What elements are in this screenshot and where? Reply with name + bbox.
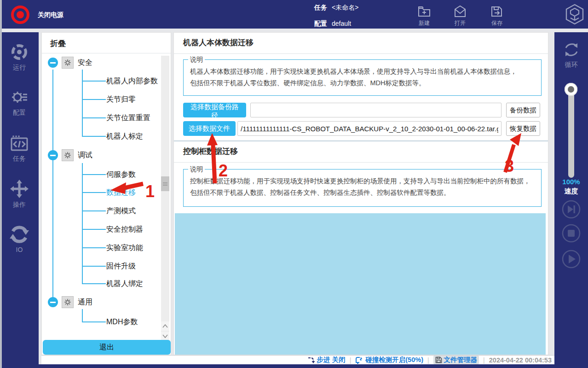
tree-group-label: 调试 [78, 151, 92, 160]
save-task-label: 保存 [482, 19, 512, 27]
config-icon [9, 88, 29, 107]
brand-logo-icon [564, 4, 585, 25]
tree-item-label: 数据迁移 [106, 188, 136, 198]
loop-label: 循环 [554, 61, 588, 69]
chevron-down-icon [162, 334, 168, 338]
task-icon [10, 134, 29, 153]
open-task-button[interactable]: 打开 [445, 5, 475, 27]
annotation-number-1: 1 [145, 182, 155, 201]
sidebar-item-config-label: 配置 [0, 109, 39, 117]
config-label: 配置 [314, 20, 327, 27]
backup-path-input[interactable] [250, 103, 502, 117]
tree-stub [82, 192, 106, 193]
robot-teach-pendant-app: 关闭电源 任务<未命名> 配置default 新建 打开 [0, 0, 588, 368]
top-bar: 关闭电源 任务<未命名> 配置default 新建 打开 [0, 0, 588, 29]
speed-slider-track[interactable] [568, 88, 574, 178]
file-manager-icon [435, 356, 442, 363]
tree-scrollbar-track[interactable] [161, 56, 169, 332]
status-separator: | [483, 356, 485, 364]
sidebar-item-io-label: IO [0, 246, 39, 253]
section1-note-box: 说明 机器人本体数据迁移功能，用于实现快速更换机器人本体场景，使用支持导入与导出… [183, 59, 542, 96]
status-separator: | [350, 356, 352, 364]
new-file-icon [417, 5, 431, 18]
sidebar-item-run[interactable]: 运行 [0, 42, 39, 72]
step-mode-status[interactable]: 步进 关闭 [307, 356, 346, 364]
power-icon [10, 5, 30, 25]
loop-icon [561, 41, 582, 59]
step-next-icon [562, 200, 581, 219]
exit-button[interactable]: 退出 [43, 340, 171, 355]
speed-slider-handle[interactable] [565, 83, 577, 96]
sidebar-item-task[interactable]: 任务 [0, 134, 39, 163]
loop-button[interactable] [561, 41, 582, 59]
step-mode-icon [307, 356, 315, 364]
tree-item-label: 机器人标定 [106, 132, 143, 141]
step-next-button[interactable] [562, 200, 581, 219]
tree-item-label: 实验室功能 [106, 243, 143, 253]
data-migration-panel: 机器人本体数据迁移 说明 机器人本体数据迁移功能，用于实现快速更换机器人本体场景… [173, 32, 548, 355]
sidebar-item-operate[interactable]: 操作 [0, 179, 39, 209]
step-mode-label: 步进 关闭 [317, 356, 346, 364]
tree-item-label: 机器人内部参数 [106, 76, 158, 86]
play-button[interactable] [562, 250, 581, 269]
collision-icon [355, 356, 363, 364]
collapse-toggle-icon[interactable] [48, 58, 58, 68]
scroll-down-button[interactable] [161, 332, 169, 341]
status-bar: 步进 关闭 | 碰撞检测开启(50%) | 文件管理器 | 2024-04-22… [41, 355, 554, 364]
collapse-toggle-icon[interactable] [48, 150, 58, 160]
tree-branch-line [82, 70, 83, 136]
power-label: 关闭电源 [38, 11, 63, 19]
collapse-toggle-icon[interactable] [48, 297, 58, 307]
power-button[interactable] [10, 5, 30, 25]
divider [174, 53, 548, 54]
scroll-up-button[interactable] [161, 321, 169, 331]
tree-stub [82, 321, 106, 322]
save-icon [490, 5, 504, 18]
config-value: default [332, 20, 351, 27]
note-line: 机器人本体数据迁移功能，用于实现快速更换机器人本体场景，使用支持导入与导出当前机… [190, 66, 535, 77]
new-task-button[interactable]: 新建 [409, 5, 439, 27]
annotation-number-3: 3 [505, 157, 514, 176]
section-divider [174, 140, 548, 141]
tree-scrollbar-handle[interactable] [161, 176, 169, 191]
restore-data-button[interactable]: 恢复数据 [506, 121, 540, 136]
task-value: <未命名> [332, 4, 358, 11]
bottom-frame [0, 364, 588, 368]
backup-data-button[interactable]: 备份数据 [506, 103, 540, 117]
speed-label: 速度 [554, 187, 588, 196]
status-separator: | [427, 356, 429, 364]
gear-icon [62, 296, 74, 308]
tree-stub [82, 266, 106, 267]
stop-button[interactable] [562, 224, 581, 243]
section2-title: 控制柜数据迁移 [183, 146, 238, 157]
tree-stub [82, 117, 106, 118]
tree-stub [82, 81, 106, 82]
choose-data-file-button[interactable]: 选择数据文件 [183, 121, 236, 136]
data-file-input[interactable] [237, 121, 502, 136]
tree-item-label: 安全控制器 [106, 225, 143, 234]
status-datetime: 2024-04-22 00:04:53 [489, 356, 552, 364]
choose-backup-path-button[interactable]: 选择数据备份路径 [183, 103, 246, 117]
task-label: 任务 [314, 4, 327, 11]
note-line: 控制柜数据迁移功能，用于实现现场支持时快速更换控制柜的场景使用，支持导入与导出当… [190, 175, 535, 187]
tree-item-label: 机器人绑定 [106, 279, 143, 289]
note-line: 包括但不限于机器人数据、控制器任务文件、控制器生态插件、控制器软件配置等数据。 [190, 187, 535, 199]
file-manager-label: 文件管理器 [444, 356, 478, 364]
task-row: 任务<未命名> [314, 4, 358, 12]
file-manager-button[interactable]: 文件管理器 [433, 356, 479, 364]
sidebar-item-io[interactable]: IO [0, 225, 39, 253]
annotation-number-2: 2 [219, 161, 228, 181]
window-edge [0, 0, 2, 368]
sidebar-item-run-label: 运行 [0, 64, 39, 72]
sidebar-item-config[interactable]: 配置 [0, 88, 39, 117]
collision-detect-status[interactable]: 碰撞检测开启(50%) [355, 356, 423, 364]
note-legend: 说明 [188, 56, 205, 64]
speed-value: 100% [554, 178, 588, 186]
divider [174, 162, 548, 163]
section2-note-box: 说明 控制柜数据迁移功能，用于实现现场支持时快速更换控制柜的场景使用，支持导入与… [183, 169, 542, 207]
save-task-button[interactable]: 保存 [482, 5, 512, 27]
operate-icon [9, 179, 29, 199]
tree-header-divider [42, 53, 172, 53]
tree-collapse-header[interactable]: 折叠 [50, 38, 66, 49]
open-task-label: 打开 [445, 19, 475, 27]
